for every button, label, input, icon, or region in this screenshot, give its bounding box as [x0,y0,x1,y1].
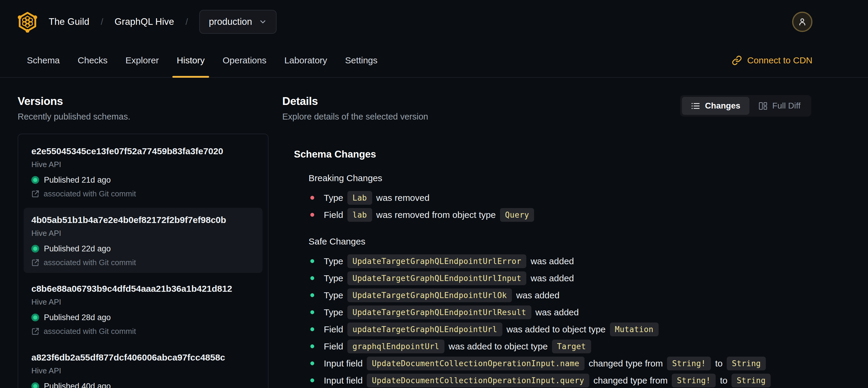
version-card[interactable]: c8b6e88a06793b9c4dfd54aaa21b36a1b421d812… [24,276,262,342]
version-card[interactable]: e2e55045345ce13fe07f52a77459b83fa3fe7020… [24,139,262,204]
breaking-changes-title: Breaking Changes [309,173,811,183]
change-text: Input field [324,376,363,386]
change-text: Field [324,324,343,334]
changes-toggle-button[interactable]: Changes [682,97,749,115]
published-status-dot-icon [31,382,39,388]
versions-subtitle: Recently published schemas. [18,112,269,122]
details-panel: Details Explore details of the selected … [282,95,811,388]
code-badge: UpdateTargetGraphQLEndpointUrlResult [347,305,531,319]
published-status-dot-icon [31,176,39,184]
tab-history[interactable]: History [172,43,209,77]
change-text: Type [324,290,343,300]
version-published-row: Published 21d ago [31,176,255,184]
full-diff-toggle-button[interactable]: Full Diff [749,97,809,115]
safe-change-row: Input fieldUpdateDocumentCollectionOpera… [309,372,811,388]
main-nav: SchemaChecksExplorerHistoryOperationsLab… [0,43,868,78]
git-commit-link[interactable]: associated with Git commit [31,189,255,198]
safe-change-row: FieldgraphqlEndpointUrlwas added to obje… [309,338,811,355]
change-text: Input field [324,358,363,368]
safe-bullet-icon [310,259,314,263]
published-status-dot-icon [31,245,39,252]
connect-cdn-link[interactable]: Connect to CDN [732,43,812,77]
breaking-change-row: Fieldlabwas removed from object typeQuer… [309,206,811,223]
tab-explorer[interactable]: Explorer [121,43,163,77]
version-service-name: Hive API [31,160,255,169]
safe-bullet-icon [310,293,314,297]
change-text: was added to object type [506,324,606,334]
full-diff-toggle-label: Full Diff [772,101,801,111]
safe-bullet-icon [310,310,314,314]
change-text: was added [530,273,574,283]
details-subtitle: Explore details of the selected version [282,112,428,122]
user-avatar-button[interactable] [792,12,812,32]
version-published-row: Published 22d ago [31,244,255,253]
code-badge: Query [500,208,534,222]
published-label: Published 28d ago [44,313,111,322]
breadcrumb-project[interactable]: GraphQL Hive [115,17,174,27]
details-title: Details [282,95,428,108]
version-hash: c8b6e88a06793b9c4dfd54aaa21b36a1b421d812 [31,283,255,294]
change-text: was removed from object type [376,210,496,220]
change-text: changed type from [589,358,663,368]
breadcrumb-separator: / [185,17,188,27]
git-commit-label: associated with Git commit [43,189,136,198]
change-text: was added [516,290,559,300]
code-badge: UpdateTargetGraphQLEndpointUrlOk [347,289,512,302]
change-text: to [720,376,727,386]
external-link-icon [31,190,39,198]
breadcrumb-org[interactable]: The Guild [49,17,89,27]
target-selector[interactable]: production [199,10,277,34]
published-label: Published 21d ago [44,176,111,184]
external-link-icon [31,259,39,267]
change-text: Field [324,341,343,352]
version-card[interactable]: 4b05ab51b1b4a7e2e4b0ef82172f2b9f7ef98c0b… [24,208,262,273]
change-text: Type [324,273,343,283]
breaking-changes-group: Breaking Changes TypeLabwas removedField… [309,173,811,388]
safe-change-row: TypeUpdateTargetGraphQLEndpointUrlResult… [309,304,811,321]
change-text: changed type from [593,376,668,386]
header: The Guild / GraphQL Hive / production [0,0,868,43]
version-card[interactable]: a823f6db2a55df877dcf406006abca97fcc4858c… [24,345,262,388]
safe-bullet-icon [310,379,314,382]
change-text: to [715,358,722,368]
details-header: Details Explore details of the selected … [282,95,811,122]
tab-checks[interactable]: Checks [73,43,112,77]
safe-changes-title: Safe Changes [309,236,811,247]
breaking-change-row: TypeLabwas removed [309,189,811,206]
code-badge: String [732,374,771,387]
published-status-dot-icon [31,314,39,321]
target-selector-value: production [209,17,252,27]
diff-columns-icon [758,101,768,111]
git-commit-link[interactable]: associated with Git commit [31,327,255,336]
external-link-icon [31,327,39,335]
versions-list: e2e55045345ce13fe07f52a77459b83fa3fe7020… [18,133,269,388]
change-text: Type [324,307,343,318]
change-text: Field [324,210,343,220]
view-toggle-group: Changes Full Diff [680,95,811,117]
version-hash: 4b05ab51b1b4a7e2e4b0ef82172f2b9f7ef98c0b [31,214,255,226]
published-label: Published 22d ago [44,244,111,253]
change-text: was added [530,256,574,266]
user-icon [798,17,807,27]
breaking-bullet-icon [310,196,314,200]
main-content: Versions Recently published schemas. e2e… [0,78,868,388]
code-badge: UpdateTargetGraphQLEndpointUrlInput [347,271,526,285]
published-label: Published 40d ago [44,382,111,388]
tab-operations[interactable]: Operations [218,43,271,77]
tab-laboratory[interactable]: Laboratory [280,43,332,77]
safe-bullet-icon [310,327,314,331]
git-commit-label: associated with Git commit [43,258,136,267]
schema-changes-title: Schema Changes [294,149,811,160]
tab-schema[interactable]: Schema [22,43,64,77]
safe-change-row: Input fieldUpdateDocumentCollectionOpera… [309,355,811,372]
hive-logo-icon[interactable] [18,11,37,33]
version-published-row: Published 40d ago [31,382,255,388]
code-badge: updateTargetGraphQLEndpointUrl [347,323,502,336]
code-badge: String! [667,357,711,370]
change-text: was added [535,307,579,318]
tab-settings[interactable]: Settings [341,43,382,77]
tabs: SchemaChecksExplorerHistoryOperationsLab… [22,43,391,77]
safe-change-row: TypeUpdateTargetGraphQLEndpointUrlErrorw… [309,252,811,270]
git-commit-link[interactable]: associated with Git commit [31,258,255,267]
code-badge: graphqlEndpointUrl [347,339,444,353]
